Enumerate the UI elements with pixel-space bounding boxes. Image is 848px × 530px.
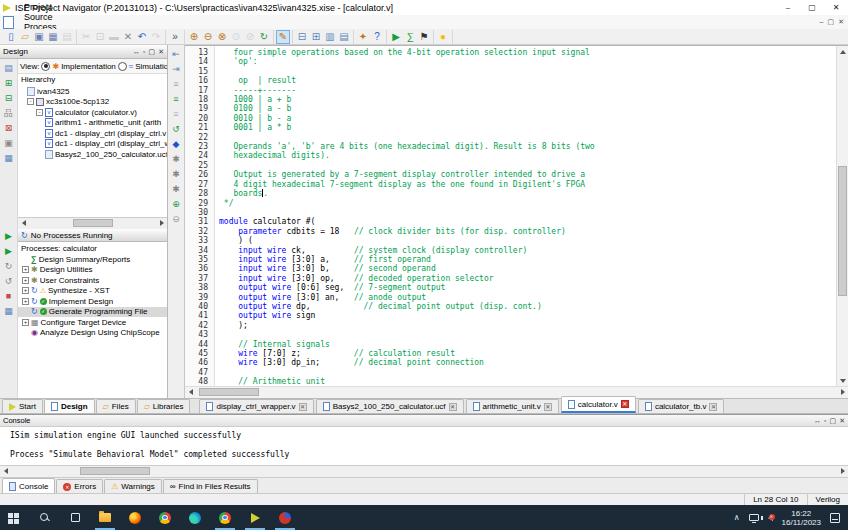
prev-location-icon[interactable]: ⇤	[170, 48, 183, 59]
next-location-icon[interactable]: ⇥	[170, 63, 183, 74]
tree-item[interactable]: -vcalculator (calculator.v)	[18, 107, 167, 118]
vscroll-thumb[interactable]	[838, 166, 847, 296]
process-item[interactable]: +↻⚠Synthesize - XST	[18, 286, 167, 297]
lightbulb-icon[interactable]: ●	[436, 30, 450, 44]
rerun-icon[interactable]: ↺	[170, 123, 183, 134]
console-float-icon[interactable]: ↔	[814, 417, 821, 425]
process-item[interactable]: +▦Configure Target Device	[18, 317, 167, 328]
select-tool-icon[interactable]: ✎	[276, 30, 290, 44]
process-item[interactable]: ◉Analyze Design Using ChipScope	[18, 328, 167, 339]
filter-icon[interactable]: ✱	[170, 153, 183, 164]
design-minimize-icon[interactable]: ▫	[143, 48, 145, 56]
hscroll-thumb[interactable]	[73, 219, 113, 227]
console-tab-errors[interactable]: ✕Errors	[56, 479, 103, 493]
console-minimize-icon[interactable]: ▫	[824, 417, 826, 425]
close-tab-icon[interactable]: ✕	[544, 403, 552, 411]
design-close-icon[interactable]: ✕	[158, 48, 164, 56]
editor-hscrollbar[interactable]	[185, 386, 848, 398]
run-icon[interactable]: ▶	[389, 30, 403, 44]
filter3-icon[interactable]: ✱	[170, 183, 183, 194]
console-tab-console[interactable]: Console	[2, 478, 55, 493]
save-icon[interactable]: ▣	[32, 30, 46, 44]
refresh-icon[interactable]: ↻	[257, 30, 271, 44]
process-item[interactable]: ↻✓Generate Programming File	[18, 307, 167, 318]
run-process-icon[interactable]: ▶	[3, 245, 15, 257]
maximize-icon[interactable]: ▢	[800, 0, 824, 15]
taskbar-edge-icon[interactable]	[180, 505, 210, 530]
cascade-windows-icon[interactable]: ⊟	[295, 30, 309, 44]
tree-item[interactable]: vdc1 - display_ctrl (display_ctrl.v	[18, 128, 167, 139]
new-file-icon[interactable]: ▯	[4, 30, 18, 44]
tree-item[interactable]: Basys2_100_250_calculator.ucf	[18, 149, 167, 160]
undo-icon[interactable]: ↶	[135, 30, 149, 44]
console-tab-find-in-files-results[interactable]: ∞Find in Files Results	[163, 479, 258, 493]
expander-icon[interactable]: -	[36, 109, 43, 116]
toolbar-overflow-icon[interactable]: »	[168, 30, 182, 44]
tile-vertical-icon[interactable]: ▥	[323, 30, 337, 44]
scroll-down-icon[interactable]	[837, 375, 848, 386]
hierarchy-hscrollbar[interactable]	[18, 217, 167, 229]
scroll-right-icon[interactable]	[156, 218, 167, 228]
filter2-icon[interactable]: ✱	[170, 168, 183, 179]
taskbar-file-explorer-icon[interactable]	[90, 505, 120, 530]
network-icon[interactable]	[749, 514, 759, 521]
mdi-close-icon[interactable]: ✕	[838, 18, 844, 26]
list-gray-icon[interactable]: ≡	[170, 108, 183, 119]
console-tab-warnings[interactable]: ⚠Warnings	[104, 479, 162, 493]
view-option-label[interactable]: Simulation	[135, 62, 167, 71]
process-item[interactable]: +↻✓Implement Design	[18, 296, 167, 307]
taskbar-clock[interactable]: 16:22 16/11/2023	[782, 509, 821, 527]
scroll-left-icon[interactable]	[18, 218, 29, 228]
design-view-icon[interactable]: 品	[3, 107, 15, 119]
process-view-icon[interactable]: ▦	[3, 305, 15, 317]
expander-icon[interactable]: +	[22, 277, 29, 284]
zoom-in-icon[interactable]: ⊕	[187, 30, 201, 44]
design-float-icon[interactable]: ↔	[133, 48, 140, 56]
code-editor[interactable]: 1314151617181920212223242526272829303132…	[185, 45, 848, 398]
stop-process-icon[interactable]: ■	[3, 290, 15, 302]
design-maximize-icon[interactable]: ▢	[149, 48, 156, 56]
arrange-windows-icon[interactable]: ▤	[337, 30, 351, 44]
panel-tab-start[interactable]: Start	[2, 399, 43, 413]
pin-icon[interactable]: ◆	[170, 138, 183, 149]
run-process-icon[interactable]: ▶	[3, 230, 15, 242]
list-view-icon[interactable]: ≡	[170, 78, 183, 89]
scroll-left-icon[interactable]	[185, 387, 196, 397]
file-tab[interactable]: display_ctrl_wrapper.v✕	[199, 399, 313, 413]
impact-flag-icon[interactable]: ⚑	[417, 30, 431, 44]
notification-center-icon[interactable]	[830, 513, 840, 523]
scroll-right-icon[interactable]	[837, 466, 848, 476]
menu-source[interactable]: Source	[18, 12, 63, 22]
tree-item[interactable]: ivan4325	[18, 86, 167, 97]
tree-item[interactable]: varithm1 - arithmetic_unit (arith	[18, 118, 167, 129]
snapshot-view-icon[interactable]: ⊞	[3, 77, 15, 89]
scroll-up-icon[interactable]	[837, 46, 848, 57]
zoom-out-icon[interactable]: ⊖	[201, 30, 215, 44]
editor-vscrollbar[interactable]	[836, 46, 848, 386]
file-tab[interactable]: calculator.v✕	[561, 396, 636, 413]
library-view-icon[interactable]: ⊟	[3, 92, 15, 104]
process-item[interactable]: +✱Design Utilities	[18, 265, 167, 276]
process-item[interactable]: +✱User Constraints	[18, 275, 167, 286]
view-option-label[interactable]: Implementation	[61, 62, 116, 71]
tree-item[interactable]: -xc3s100e-5cp132	[18, 97, 167, 108]
tile-horizontal-icon[interactable]: ⊞	[309, 30, 323, 44]
delete-icon[interactable]: ✕	[121, 30, 135, 44]
rerun-process-icon[interactable]: ↻	[3, 260, 15, 272]
close-tab-icon[interactable]: ✕	[299, 403, 307, 411]
sources-view-icon[interactable]: ▤	[3, 62, 15, 74]
process-item[interactable]: ∑Design Summary/Reports	[18, 254, 167, 265]
rules-view-icon[interactable]: ▣	[3, 137, 15, 149]
taskbar-ise-icon[interactable]	[240, 505, 270, 530]
files-view-icon[interactable]: ⊠	[3, 122, 15, 134]
mdi-minimize-icon[interactable]: –	[820, 18, 824, 26]
summary-icon[interactable]: ∑	[403, 30, 417, 44]
taskbar-search-icon[interactable]	[30, 505, 60, 530]
panel-tab-design[interactable]: Design	[44, 399, 95, 413]
file-tab[interactable]: calculator_tb.v✕	[638, 399, 725, 413]
panel-tab-libraries[interactable]: ▱Libraries	[137, 399, 191, 413]
open-file-icon[interactable]: ▱	[18, 30, 32, 44]
console-maximize-icon[interactable]: ▢	[830, 417, 837, 425]
save-all-icon[interactable]: ▦	[46, 30, 60, 44]
hscroll-thumb[interactable]	[199, 388, 259, 396]
